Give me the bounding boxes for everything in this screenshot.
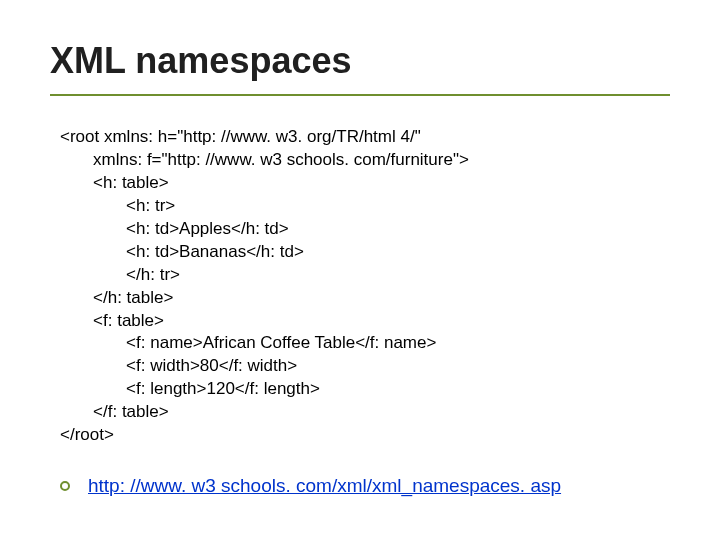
reference-link[interactable]: http: //www. w3 schools. com/xml/xml_nam… <box>88 475 561 497</box>
title-underline <box>50 94 670 96</box>
code-line: <f: width>80</f: width> <box>60 355 670 378</box>
code-line: </h: tr> <box>60 264 670 287</box>
code-line: </f: table> <box>60 401 670 424</box>
code-line: </h: table> <box>60 287 670 310</box>
code-line: <h: table> <box>60 172 670 195</box>
code-line: <root xmlns: h="http: //www. w3. org/TR/… <box>60 126 670 149</box>
code-line: xmlns: f="http: //www. w3 schools. com/f… <box>60 149 670 172</box>
code-line: <f: name>African Coffee Table</f: name> <box>60 332 670 355</box>
bullet-icon <box>60 481 70 491</box>
code-line: <h: td>Bananas</h: td> <box>60 241 670 264</box>
code-line: <h: td>Apples</h: td> <box>60 218 670 241</box>
xml-code-block: <root xmlns: h="http: //www. w3. org/TR/… <box>60 126 670 447</box>
code-line: <f: length>120</f: length> <box>60 378 670 401</box>
link-row: http: //www. w3 schools. com/xml/xml_nam… <box>60 475 670 497</box>
code-line: <h: tr> <box>60 195 670 218</box>
code-line: </root> <box>60 424 670 447</box>
slide-title: XML namespaces <box>50 40 670 82</box>
code-line: <f: table> <box>60 310 670 333</box>
